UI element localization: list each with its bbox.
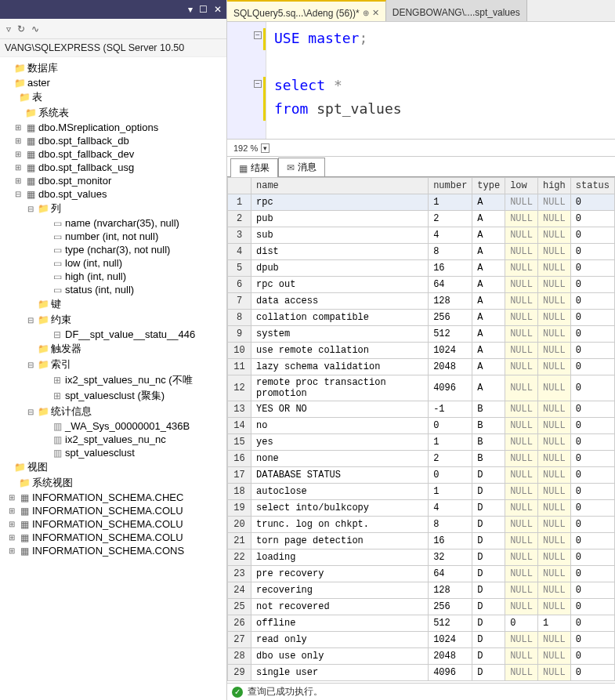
cell-type[interactable]: D	[472, 517, 505, 533]
cell-status[interactable]: 0	[570, 260, 614, 277]
cell-status[interactable]: 0	[570, 244, 614, 260]
cell-type[interactable]: D	[472, 549, 505, 566]
table-row[interactable]: 12remote proc transaction promotion4096A…	[228, 375, 615, 401]
cell-status[interactable]: 0	[570, 517, 614, 533]
row-number[interactable]: 26	[228, 615, 251, 632]
expander-icon[interactable]: ⊞	[6, 493, 16, 502]
cell-low[interactable]: NULL	[505, 599, 538, 615]
constraint-item[interactable]: ⊟DF__spt_value__statu__446	[2, 328, 225, 340]
row-number[interactable]: 27	[228, 632, 251, 648]
cell-status[interactable]: 0	[570, 401, 614, 418]
cell-type[interactable]: D	[472, 665, 505, 681]
view-item[interactable]: ⊞▦INFORMATION_SCHEMA.CONS	[2, 545, 225, 557]
cell-name[interactable]: trunc. log on chkpt.	[251, 517, 429, 533]
cell-number[interactable]: 2	[429, 451, 472, 467]
view-item[interactable]: ⊞▦INFORMATION_SCHEMA.CHEC	[2, 491, 225, 503]
cell-number[interactable]: 2048	[429, 359, 472, 375]
cell-status[interactable]: 0	[570, 359, 614, 375]
cell-status[interactable]: 0	[570, 599, 614, 615]
column-header[interactable]: high	[537, 178, 570, 194]
expander-icon[interactable]: ⊞	[6, 520, 16, 528]
table-row[interactable]: 3sub4ANULLNULL0	[228, 227, 615, 244]
cell-low[interactable]: 0	[505, 615, 538, 632]
cell-number[interactable]: 128	[429, 582, 472, 599]
row-number[interactable]: 4	[228, 244, 251, 260]
table-row[interactable]: 2pub2ANULLNULL0	[228, 211, 615, 227]
table-row[interactable]: 22loading32DNULLNULL0	[228, 549, 615, 566]
column-header[interactable]: status	[570, 178, 614, 194]
cell-low[interactable]: NULL	[505, 632, 538, 648]
table-row[interactable]: 23pre recovery64DNULLNULL0	[228, 566, 615, 582]
cell-name[interactable]: autoclose	[251, 484, 429, 500]
column-item[interactable]: ▭status (int, null)	[2, 284, 225, 296]
table-row[interactable]: 7data access128ANULLNULL0	[228, 293, 615, 310]
node-indexes[interactable]: ⊟📁索引	[2, 357, 225, 372]
cell-high[interactable]: NULL	[537, 632, 570, 648]
row-number[interactable]: 11	[228, 359, 251, 375]
cell-number[interactable]: 8	[429, 244, 472, 260]
document-tab[interactable]: DENGBOWANG\....spt_values	[386, 0, 527, 21]
table-row[interactable]: 5dpub16ANULLNULL0	[228, 260, 615, 277]
row-number[interactable]: 21	[228, 533, 251, 549]
cell-number[interactable]: 4096	[429, 375, 472, 401]
cell-status[interactable]: 0	[570, 582, 614, 599]
cell-type[interactable]: B	[472, 418, 505, 434]
cell-low[interactable]: NULL	[505, 665, 538, 681]
results-grid[interactable]: namenumbertypelowhighstatus 1rpc1ANULLNU…	[227, 177, 615, 681]
cell-type[interactable]: B	[472, 401, 505, 418]
column-header[interactable]: number	[429, 178, 472, 194]
cell-type[interactable]: A	[472, 310, 505, 326]
zoom-value[interactable]: 192 %	[233, 143, 258, 153]
tab-messages[interactable]: ✉消息	[278, 158, 325, 176]
cell-number[interactable]: 32	[429, 549, 472, 566]
cell-number[interactable]: 4	[429, 227, 472, 244]
cell-name[interactable]: lazy schema validation	[251, 359, 429, 375]
row-number[interactable]: 12	[228, 375, 251, 401]
table-item[interactable]: ⊟▦dbo.spt_values	[2, 188, 225, 200]
code-area[interactable]: USE master; select * from spt_values	[266, 22, 410, 139]
pin-icon[interactable]: ☐	[199, 4, 208, 15]
cell-name[interactable]: use remote collation	[251, 343, 429, 359]
table-row[interactable]: 26offline512D010	[228, 615, 615, 632]
cell-name[interactable]: not recovered	[251, 599, 429, 615]
cell-name[interactable]: dbo use only	[251, 648, 429, 665]
expander-icon[interactable]: ⊞	[13, 176, 23, 185]
cell-low[interactable]: NULL	[505, 359, 538, 375]
cell-type[interactable]: D	[472, 632, 505, 648]
cell-name[interactable]: loading	[251, 549, 429, 566]
cell-number[interactable]: 1	[429, 434, 472, 451]
cell-name[interactable]: DATABASE STATUS	[251, 467, 429, 484]
column-item[interactable]: ▭number (int, not null)	[2, 230, 225, 242]
cell-name[interactable]: no	[251, 418, 429, 434]
cell-high[interactable]: NULL	[537, 484, 570, 500]
cell-number[interactable]: 2048	[429, 648, 472, 665]
cell-type[interactable]: A	[472, 211, 505, 227]
cell-status[interactable]: 0	[570, 484, 614, 500]
cell-status[interactable]: 0	[570, 500, 614, 517]
cell-type[interactable]: D	[472, 500, 505, 517]
view-item[interactable]: ⊞▦INFORMATION_SCHEMA.COLU	[2, 505, 225, 517]
table-item[interactable]: ⊞▦dbo.spt_fallback_usg	[2, 161, 225, 173]
cell-status[interactable]: 0	[570, 277, 614, 293]
cell-low[interactable]: NULL	[505, 566, 538, 582]
cell-low[interactable]: NULL	[505, 517, 538, 533]
cell-high[interactable]: NULL	[537, 310, 570, 326]
cell-low[interactable]: NULL	[505, 484, 538, 500]
cell-number[interactable]: 1	[429, 484, 472, 500]
cell-type[interactable]: A	[472, 343, 505, 359]
close-icon[interactable]: ✕	[214, 4, 222, 15]
view-item[interactable]: ⊞▦INFORMATION_SCHEMA.COLU	[2, 531, 225, 543]
table-row[interactable]: 25not recovered256DNULLNULL0	[228, 599, 615, 615]
row-number[interactable]: 1	[228, 194, 251, 211]
node-master[interactable]: 📁aster	[2, 77, 225, 89]
table-row[interactable]: 9system512ANULLNULL0	[228, 326, 615, 343]
column-header[interactable]: low	[505, 178, 538, 194]
table-row[interactable]: 16none2BNULLNULL0	[228, 451, 615, 467]
cell-type[interactable]: D	[472, 582, 505, 599]
cell-name[interactable]: pre recovery	[251, 566, 429, 582]
tree[interactable]: 📁数据库📁aster📁表📁系统表⊞▦dbo.MSreplication_opti…	[0, 57, 226, 700]
cell-low[interactable]: NULL	[505, 310, 538, 326]
cell-type[interactable]: A	[472, 277, 505, 293]
cell-status[interactable]: 0	[570, 615, 614, 632]
cell-low[interactable]: NULL	[505, 500, 538, 517]
